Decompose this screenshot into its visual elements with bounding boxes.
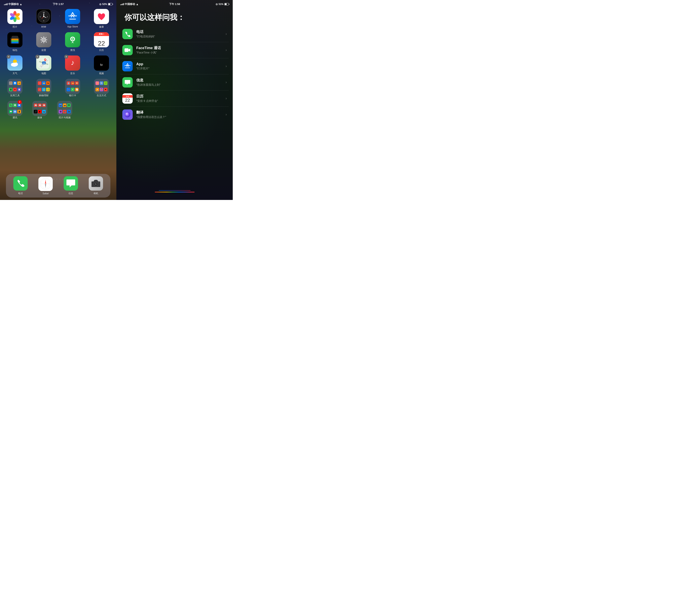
right-status-left: 中国移动 ▲ — [120, 2, 139, 6]
comms-badge: 7 — [18, 100, 22, 104]
svg-point-25 — [72, 39, 73, 40]
app-grid: 照片 12 3 6 9 — [0, 7, 116, 119]
dock-phone-label: 电话 — [18, 192, 23, 195]
app-row-3: × — [4, 55, 112, 75]
app-calendar-label: 日历 — [99, 49, 104, 52]
time-right: 下午 1:58 — [169, 2, 180, 6]
siri-messages-title: 信息 — [136, 78, 226, 82]
app-music-label: 音乐 — [70, 72, 75, 75]
siri-messages-chevron: › — [226, 80, 227, 84]
app-weather-label: 天气 — [12, 72, 17, 75]
siri-app-title: App — [136, 62, 226, 66]
signal-icon — [4, 3, 7, 5]
delete-badge-maps[interactable]: × — [35, 55, 40, 59]
app-weather[interactable]: × — [4, 55, 26, 75]
svg-point-32 — [11, 63, 14, 66]
app-comms[interactable]: 7 📞 💬 💬 💬 📧 📳 通讯 — [4, 101, 26, 119]
app-banking[interactable]: 🏦 💳 💴 🏧 💵 📈 银行卡 — [62, 79, 83, 97]
siri-phone-subtitle: "打电话给妈妈" — [136, 35, 226, 39]
app-music[interactable]: × ♪ 音乐 — [62, 55, 83, 75]
siri-item-messages[interactable]: 信息 "告诉张晨我马上到" › — [120, 74, 229, 91]
left-status-bar: 中国移动 ▲ 下午 1:57 ◎ 52% — [0, 0, 116, 7]
left-phone: 中国移动 ▲ 下午 1:57 ◎ 52% — [0, 0, 116, 200]
location-icon: ◎ — [99, 3, 101, 5]
app-shopping-label: 购物理财 — [39, 94, 49, 97]
app-appstore[interactable]: App Store — [62, 9, 83, 29]
siri-facetime-title: FaceTime 通话 — [136, 46, 226, 50]
siri-item-facetime[interactable]: FaceTime 通话 "FaceTime 小凤" › — [120, 42, 229, 58]
siri-wave — [155, 192, 195, 192]
right-wifi-icon: ▲ — [136, 3, 139, 6]
siri-calendar-chevron: › — [226, 96, 227, 100]
right-signal-icon — [120, 3, 124, 5]
right-status-right: ◎ 51% — [216, 3, 229, 5]
app-health-label: 健康 — [99, 25, 104, 29]
delete-badge-weather[interactable]: × — [6, 55, 10, 59]
app-shopping[interactable]: 🛒 💳 🛍 🛒 💰 💹 购物理财 — [33, 79, 55, 97]
svg-text:6: 6 — [43, 20, 44, 22]
siri-app-subtitle: "打开照片" — [136, 67, 226, 70]
carrier-right: 中国移动 — [125, 2, 135, 6]
svg-point-15 — [43, 16, 44, 17]
app-utilities[interactable]: 🧮 📊 🔦 📱 ⚙ 📋 实用工具 — [4, 79, 26, 97]
svg-text:280: 280 — [43, 62, 45, 64]
svg-text:tv: tv — [100, 63, 103, 67]
carrier-left: 中国移动 — [8, 2, 19, 6]
siri-facetime-icon — [122, 45, 133, 55]
svg-point-51 — [98, 182, 99, 183]
app-clock[interactable]: 12 3 6 9 时钟 — [33, 9, 55, 29]
dock-camera[interactable]: 相机 — [87, 176, 105, 195]
svg-text:12: 12 — [43, 11, 45, 13]
dock-messages-label: 信息 — [69, 192, 73, 195]
app-comms-label: 通讯 — [12, 116, 17, 119]
app-photos[interactable]: 照片 — [4, 9, 26, 29]
app-maps[interactable]: × 280 — [33, 55, 55, 75]
siri-phone-chevron: › — [226, 32, 227, 36]
delete-badge-music[interactable]: × — [64, 55, 68, 59]
siri-calendar-icon: SUN 22 — [122, 93, 133, 104]
calendar-day-number: 22 — [98, 40, 105, 47]
app-wallet-label: 钱包 — [12, 49, 17, 52]
left-status-left: 中国移动 ▲ — [4, 2, 22, 6]
battery-icon-left — [108, 3, 112, 5]
siri-item-calendar[interactable]: SUN 22 日历 "安排 9 点钟开会" › — [120, 91, 229, 107]
svg-text:9: 9 — [40, 16, 41, 18]
app-findmy[interactable]: 查找 — [62, 32, 83, 52]
siri-calendar-subtitle: "安排 9 点钟开会" — [136, 99, 226, 103]
app-media-label: 媒体 — [38, 116, 42, 119]
app-calendar[interactable]: 星期二 22 日历 — [91, 32, 112, 52]
app-settings-label: 设置 — [41, 49, 46, 52]
dock-safari[interactable]: Safari — [36, 177, 54, 195]
siri-item-app[interactable]: App "打开照片" › — [120, 58, 229, 74]
app-row-2: 钱包 — [4, 32, 112, 52]
siri-item-phone[interactable]: 电话 "打电话给妈妈" › — [120, 26, 229, 42]
dock-camera-label: 相机 — [94, 192, 98, 195]
svg-point-33 — [14, 62, 18, 66]
app-tv[interactable]: tv 视频 — [91, 55, 112, 75]
app-findmy-label: 查找 — [70, 49, 75, 52]
siri-messages-icon — [122, 77, 133, 88]
app-photos-label: 照片 — [12, 25, 17, 29]
dock-messages[interactable]: 信息 — [62, 176, 80, 195]
dock-phone[interactable]: 电话 — [11, 176, 29, 195]
app-maps-label: 地图 — [41, 72, 46, 75]
app-row-5: 7 📞 💬 💬 💬 📧 📳 通讯 📰 📰 — [4, 101, 112, 119]
app-tv-label: 视频 — [99, 72, 104, 75]
siri-suggestions-list: 电话 "打电话给妈妈" › FaceTime 通话 "FaceTime 小凤" … — [116, 26, 233, 123]
svg-text:3: 3 — [47, 16, 48, 18]
app-settings[interactable]: 设置 — [33, 32, 55, 52]
app-wallet[interactable]: 钱包 — [4, 32, 26, 52]
app-lifestyle[interactable]: 🐪 🐘 🌿 🏠 💆 ❤ 生活方式 — [91, 79, 112, 97]
svg-point-37 — [45, 59, 46, 60]
siri-heading-text: 你可以这样问我： — [124, 13, 225, 22]
siri-heading: 你可以这样问我： — [116, 7, 233, 26]
app-clock-label: 时钟 — [41, 25, 46, 29]
app-media[interactable]: 📰 📰 📰 🎵 ▶ 🎬 媒体 — [29, 101, 51, 119]
app-photos-video[interactable]: 📸 📷 🎞 🖼 📹 🎥 照片与视频 — [54, 101, 76, 119]
siri-item-translate[interactable]: 翻译 "我爱你用法语怎么说？" › — [120, 107, 229, 123]
siri-app-icon — [122, 61, 133, 71]
battery-icon-right — [224, 3, 229, 5]
siri-messages-subtitle: "告诉张晨我马上到" — [136, 83, 226, 87]
app-health[interactable]: 健康 — [91, 9, 112, 29]
siri-translate-icon — [122, 109, 133, 120]
